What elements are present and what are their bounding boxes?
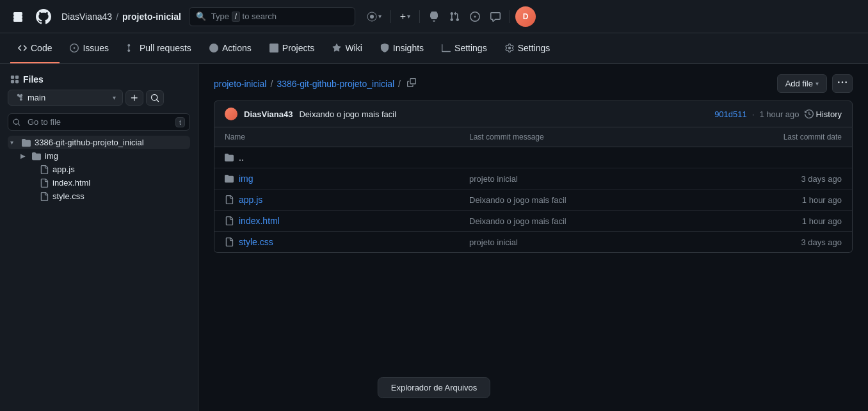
tree-item-img[interactable]: ▶ img: [8, 149, 190, 163]
tree-folder-icon-img: [32, 152, 41, 161]
tree-label-root: 3386-git-github-projeto_inicial: [35, 138, 186, 147]
tree-item-appjs[interactable]: app.js: [8, 163, 190, 176]
avatar[interactable]: D: [515, 6, 536, 27]
file-label-stylecss: style.css: [239, 237, 273, 247]
tree-item-stylecss[interactable]: style.css: [8, 189, 190, 203]
tree-label-appjs: app.js: [52, 165, 186, 174]
breadcrumb-separator: /: [116, 12, 118, 22]
tree-item-indexhtml[interactable]: index.html: [8, 176, 190, 189]
path-separator-1: /: [270, 79, 273, 89]
parent-dir-folder-icon: [225, 153, 234, 162]
tab-settings-label: Settings: [518, 43, 551, 53]
history-icon: [805, 109, 814, 118]
more-options-button[interactable]: [832, 74, 853, 93]
file-msg-appjs: Deixando o jogo mais facil: [469, 195, 714, 205]
file-date-appjs: 1 hour ago: [714, 195, 842, 205]
file-date-indexhtml: 1 hour ago: [714, 216, 842, 226]
sidebar-grid-icon: [10, 75, 19, 84]
breadcrumb: DiasViana43 / projeto-inicial: [61, 12, 181, 22]
main-layout: Files main ▾ t ▾ 33: [0, 64, 868, 411]
tab-code[interactable]: Code: [10, 33, 60, 63]
content-header: projeto-inicial / 3386-git-github-projet…: [214, 74, 853, 93]
search-files-button[interactable]: [146, 90, 164, 106]
notifications-button[interactable]: [425, 9, 443, 24]
table-row: index.html Deixando o jogo mais facil 1 …: [214, 211, 852, 232]
file-name-indexhtml[interactable]: index.html: [225, 216, 469, 226]
tab-wiki[interactable]: Wiki: [325, 33, 369, 63]
file-label-indexhtml: index.html: [239, 216, 280, 226]
breadcrumb-username[interactable]: DiasViana43: [61, 12, 112, 22]
tab-projects[interactable]: Projects: [262, 33, 323, 63]
branch-name: main: [28, 93, 109, 102]
table-row: app.js Deixando o jogo mais facil 1 hour…: [214, 189, 852, 211]
tab-wiki-label: Wiki: [345, 43, 362, 53]
breadcrumb-path: projeto-inicial / 3386-git-github-projet…: [214, 77, 419, 90]
file-date-img: 3 days ago: [714, 174, 842, 184]
top-nav: DiasViana43 / projeto-inicial 🔍 Type / t…: [0, 0, 868, 33]
history-label: History: [816, 109, 842, 119]
github-logo[interactable]: [33, 6, 54, 27]
search-bar[interactable]: 🔍 Type / to search: [189, 7, 355, 26]
path-link-repo[interactable]: projeto-inicial: [214, 79, 266, 89]
path-link-folder[interactable]: 3386-git-github-projeto_inicial: [277, 79, 394, 89]
svg-point-1: [370, 15, 374, 19]
folder-icon-img: [225, 174, 234, 183]
table-row: style.css projeto inicial 3 days ago: [214, 232, 852, 252]
tree-file-icon-appjs: [40, 165, 49, 174]
file-msg-stylecss: projeto inicial: [469, 238, 714, 247]
sidebar-title: Files: [10, 74, 44, 85]
tree-label-indexhtml: index.html: [52, 178, 186, 188]
copy-path-button[interactable]: [405, 77, 419, 90]
messages-button[interactable]: [486, 9, 504, 24]
commit-message: Deixando o jogo mais facil: [299, 109, 708, 119]
sidebar-header: Files: [5, 72, 193, 90]
tree-label-img: img: [45, 151, 186, 161]
plus-chevron-icon: ▾: [407, 13, 410, 20]
sidebar-search: t: [8, 113, 190, 131]
tab-actions[interactable]: Actions: [202, 33, 259, 63]
branch-selector[interactable]: main ▾: [8, 90, 123, 106]
file-name-stylecss[interactable]: style.css: [225, 237, 469, 247]
file-table-header: Name Last commit message Last commit dat…: [214, 127, 852, 147]
tab-pull-requests[interactable]: Pull requests: [119, 33, 199, 63]
path-separator-2: /: [398, 79, 401, 89]
tree-item-root[interactable]: ▾ 3386-git-github-projeto_inicial: [8, 136, 190, 149]
sidebar-search-icon: [13, 118, 20, 126]
nav-divider-3: [510, 10, 510, 23]
search-icon: 🔍: [196, 12, 206, 21]
tab-insights-label: Settings: [454, 43, 487, 53]
bottom-bar-label: Explorador de Arquivos: [391, 383, 477, 392]
parent-dir-row[interactable]: ..: [214, 147, 852, 168]
hamburger-button[interactable]: [10, 9, 26, 24]
issues-nav-button[interactable]: [466, 9, 484, 24]
copilot-button[interactable]: ▾: [363, 9, 385, 24]
add-branch-button[interactable]: [125, 90, 143, 106]
file-name-appjs[interactable]: app.js: [225, 195, 469, 205]
tab-security[interactable]: Insights: [373, 33, 431, 63]
table-row: img projeto inicial 3 days ago: [214, 168, 852, 189]
repo-nav: Code Issues Pull requests Actions Projec…: [0, 33, 868, 64]
tree-folder-icon-root: [22, 138, 31, 147]
history-button[interactable]: History: [805, 109, 842, 119]
plus-button[interactable]: + ▾: [396, 8, 414, 25]
file-name-img[interactable]: img: [225, 173, 469, 184]
nav-divider-1: [390, 10, 391, 23]
tab-settings[interactable]: Settings: [497, 33, 558, 63]
file-tree: ▾ 3386-git-github-projeto_inicial ▶ img …: [5, 136, 193, 203]
commit-hash[interactable]: 901d511: [714, 109, 747, 119]
tab-security-label: Insights: [393, 43, 424, 53]
tab-issues[interactable]: Issues: [62, 33, 116, 63]
pull-requests-nav-button[interactable]: [446, 9, 463, 24]
file-table: Name Last commit message Last commit dat…: [214, 127, 853, 253]
copilot-chevron-icon: ▾: [378, 13, 382, 20]
commit-username[interactable]: DiasViana43: [244, 109, 293, 119]
plus-icon: +: [400, 11, 406, 22]
nav-divider-2: [419, 10, 420, 23]
file-icon-stylecss: [225, 238, 234, 246]
add-file-button[interactable]: Add file ▾: [777, 74, 827, 93]
go-to-file-input[interactable]: [8, 113, 190, 131]
nav-icons: ▾ + ▾ D: [363, 6, 536, 27]
tree-file-icon-indexhtml: [40, 179, 49, 188]
breadcrumb-repo[interactable]: projeto-inicial: [122, 12, 181, 22]
tab-insights[interactable]: Settings: [434, 33, 495, 63]
